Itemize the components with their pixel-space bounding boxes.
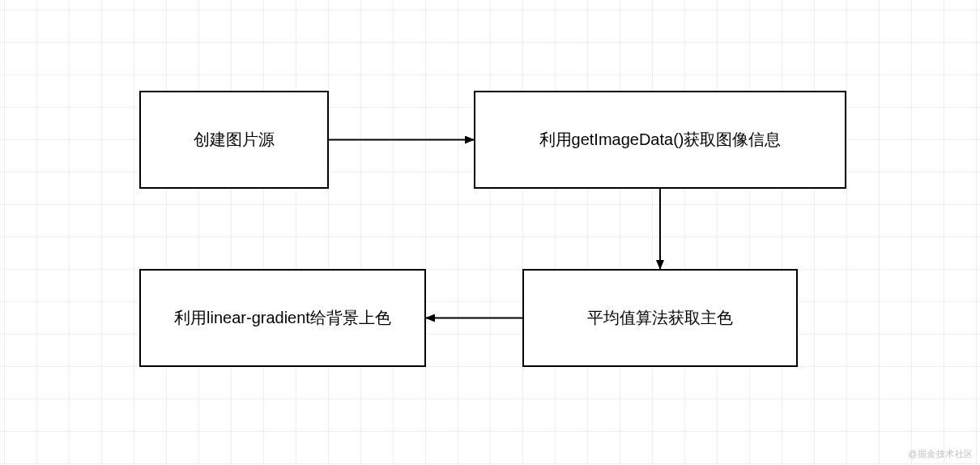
flow-node-get-image-data: 利用getImageData()获取图像信息 [474, 91, 846, 189]
node-label: 利用getImageData()获取图像信息 [539, 129, 782, 151]
flow-node-linear-gradient-bg: 利用linear-gradient给背景上色 [139, 269, 426, 367]
watermark: @掘金技术社区 [908, 448, 974, 460]
grid-background [0, 0, 980, 465]
flow-node-create-image-source: 创建图片源 [139, 91, 329, 189]
node-label: 平均值算法获取主色 [587, 307, 733, 329]
flow-node-average-main-color: 平均值算法获取主色 [522, 269, 798, 367]
node-label: 利用linear-gradient给背景上色 [174, 307, 391, 329]
node-label: 创建图片源 [194, 129, 275, 151]
